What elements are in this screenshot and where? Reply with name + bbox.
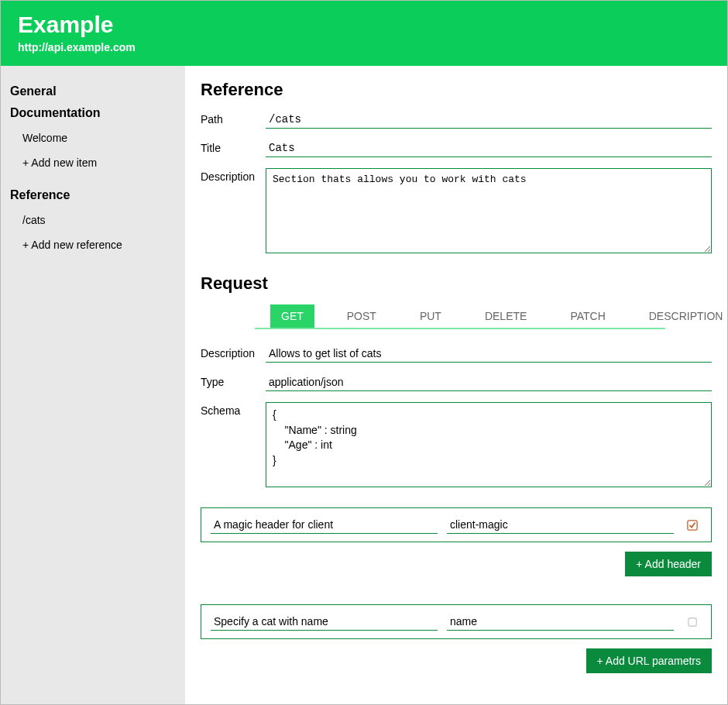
sidebar-add-reference[interactable]: + Add new reference	[10, 235, 176, 255]
tab-description[interactable]: DESCRIPTION	[638, 304, 727, 328]
reference-heading: Reference	[201, 80, 712, 100]
header-desc-input[interactable]	[211, 516, 438, 534]
main-content: Reference Path Title Description Section…	[185, 66, 727, 704]
app-header: Example http://api.example.com	[1, 1, 727, 66]
checkbox-checked-icon	[687, 520, 698, 531]
req-schema-textarea[interactable]: { "Name" : string "Age" : int }	[266, 402, 712, 487]
checkbox-unchecked-icon	[687, 617, 698, 628]
sidebar-item-cats[interactable]: /cats	[10, 210, 176, 230]
sidebar-section-general[interactable]: General	[10, 84, 176, 98]
add-header-button[interactable]: + Add header	[625, 552, 712, 576]
svg-rect-1	[689, 617, 697, 626]
app-subtitle: http://api.example.com	[18, 41, 710, 53]
req-type-input[interactable]	[266, 373, 712, 391]
path-label: Path	[201, 111, 266, 126]
path-input[interactable]	[266, 111, 712, 129]
add-url-param-button[interactable]: + Add URL parametrs	[586, 648, 713, 673]
request-tabs: GET POST PUT DELETE PATCH DESCRIPTION	[255, 304, 665, 329]
urlparam-desc-input[interactable]	[211, 613, 438, 631]
title-input[interactable]	[266, 139, 712, 157]
sidebar: General Documentation Welcome + Add new …	[1, 66, 185, 704]
tab-put[interactable]: PUT	[409, 304, 452, 328]
description-textarea[interactable]: Section thats allows you to work with ca…	[266, 168, 712, 253]
header-name-input[interactable]	[447, 516, 674, 534]
title-label: Title	[201, 139, 266, 154]
sidebar-section-documentation[interactable]: Documentation	[10, 106, 176, 120]
request-heading: Request	[201, 273, 712, 294]
tab-patch[interactable]: PATCH	[559, 304, 616, 328]
header-required-checkbox[interactable]	[683, 520, 702, 531]
urlparam-row	[201, 604, 712, 639]
req-description-label: Description	[201, 345, 266, 359]
urlparam-name-input[interactable]	[447, 613, 674, 631]
description-label: Description	[201, 168, 266, 183]
app-title: Example	[18, 12, 710, 38]
req-description-input[interactable]	[266, 345, 712, 363]
tab-delete[interactable]: DELETE	[474, 304, 537, 328]
req-schema-label: Schema	[201, 402, 266, 417]
tab-post[interactable]: POST	[336, 304, 387, 328]
sidebar-section-reference[interactable]: Reference	[10, 188, 176, 202]
req-type-label: Type	[201, 373, 266, 388]
sidebar-item-welcome[interactable]: Welcome	[10, 128, 176, 148]
sidebar-add-doc-item[interactable]: + Add new item	[10, 153, 176, 173]
tab-get[interactable]: GET	[270, 304, 314, 328]
urlparam-required-checkbox[interactable]	[683, 617, 702, 628]
header-row	[201, 507, 712, 542]
